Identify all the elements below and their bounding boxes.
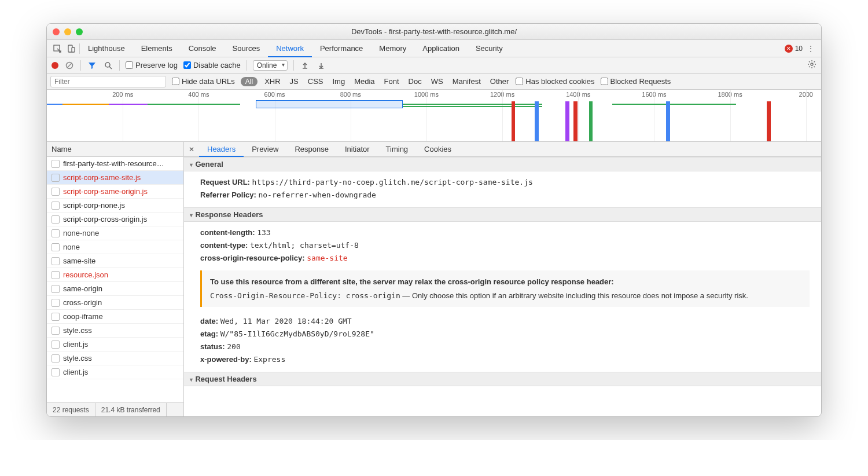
detail-tab-headers[interactable]: Headers [199, 142, 244, 157]
main-tab-network[interactable]: Network [268, 40, 312, 57]
device-toggle-icon[interactable] [65, 43, 77, 54]
filter-input[interactable] [50, 76, 166, 87]
upload-har-icon[interactable] [300, 60, 310, 71]
section-response-headers[interactable]: Response Headers [184, 207, 821, 222]
request-row-label: same-origin [63, 284, 102, 293]
referrer-policy-value: no-referrer-when-downgrade [258, 191, 376, 199]
request-row[interactable]: script-corp-cross-origin.js [47, 213, 183, 226]
filter-type-js[interactable]: JS [289, 77, 300, 86]
file-icon [52, 229, 60, 237]
svg-line-4 [67, 63, 72, 68]
main-tab-application[interactable]: Application [414, 40, 468, 57]
filter-type-font[interactable]: Font [383, 77, 400, 86]
blocked-requests-checkbox[interactable]: Blocked Requests [601, 77, 671, 86]
detail-tab-timing[interactable]: Timing [378, 142, 417, 157]
close-detail-icon[interactable]: ✕ [184, 145, 199, 153]
error-count[interactable]: ✕ 10 [785, 45, 803, 53]
request-detail: ✕ HeadersPreviewResponseInitiatorTimingC… [184, 142, 821, 416]
corp-warning-callout: To use this resource from a different si… [200, 270, 810, 307]
disable-cache-checkbox[interactable]: Disable cache [183, 61, 241, 69]
request-row[interactable]: none-none [47, 226, 183, 240]
more-menu-icon[interactable]: ⋮ [805, 45, 816, 53]
filter-toggle-icon[interactable] [87, 60, 97, 71]
request-row-label: none-none [63, 229, 99, 237]
request-row-label: style.css [63, 354, 92, 363]
filter-type-doc[interactable]: Doc [407, 77, 423, 86]
request-row[interactable]: style.css [47, 351, 183, 365]
file-icon [52, 299, 60, 307]
request-row[interactable]: script-corp-same-origin.js [47, 185, 183, 199]
file-icon [52, 271, 60, 279]
main-tab-elements[interactable]: Elements [133, 40, 181, 57]
request-row[interactable]: client.js [47, 338, 183, 351]
request-row-label: first-party-test-with-resource… [63, 159, 164, 168]
throttling-select[interactable]: Online [253, 60, 288, 71]
search-icon[interactable] [103, 60, 113, 71]
file-icon [52, 215, 60, 224]
timeline-overview[interactable]: 200 ms400 ms600 ms800 ms1000 ms1200 ms14… [47, 90, 821, 142]
detail-tab-preview[interactable]: Preview [244, 142, 286, 157]
request-row[interactable]: coop-iframe [47, 310, 183, 324]
filter-type-other[interactable]: Other [489, 77, 510, 86]
settings-icon[interactable] [807, 60, 816, 71]
request-row[interactable]: client.js [47, 365, 183, 379]
request-row[interactable]: same-site [47, 254, 183, 268]
has-blocked-cookies-checkbox[interactable]: Has blocked cookies [516, 77, 594, 86]
request-row-label: script-corp-cross-origin.js [63, 215, 147, 224]
main-tab-lighthouse[interactable]: Lighthouse [80, 40, 133, 57]
detail-tabs: ✕ HeadersPreviewResponseInitiatorTimingC… [184, 142, 821, 157]
zoom-window-icon[interactable] [76, 28, 83, 35]
hide-data-urls-checkbox[interactable]: Hide data URLs [172, 77, 235, 86]
request-list-header[interactable]: Name [47, 142, 183, 157]
request-row-label: none [63, 243, 80, 251]
preserve-log-checkbox[interactable]: Preserve log [126, 61, 178, 69]
inspect-icon[interactable] [52, 43, 63, 54]
filter-type-manifest[interactable]: Manifest [451, 77, 482, 86]
file-icon [52, 188, 60, 196]
request-row-label: client.js [63, 340, 88, 349]
section-general[interactable]: General [184, 157, 821, 171]
svg-rect-2 [72, 47, 75, 52]
file-icon [52, 354, 60, 363]
main-tab-performance[interactable]: Performance [312, 40, 371, 57]
svg-line-6 [109, 67, 112, 69]
detail-tab-initiator[interactable]: Initiator [337, 142, 378, 157]
main-tab-sources[interactable]: Sources [225, 40, 269, 57]
filter-type-css[interactable]: CSS [307, 77, 325, 86]
request-row[interactable]: resource.json [47, 268, 183, 282]
main-tab-console[interactable]: Console [181, 40, 225, 57]
request-row[interactable]: script-corp-none.js [47, 199, 183, 213]
file-icon [52, 313, 60, 321]
main-tab-memory[interactable]: Memory [371, 40, 414, 57]
main-tab-security[interactable]: Security [468, 40, 511, 57]
clear-icon[interactable] [64, 60, 75, 71]
svg-point-7 [811, 63, 813, 65]
section-request-headers[interactable]: Request Headers [184, 372, 821, 386]
detail-tab-response[interactable]: Response [286, 142, 337, 157]
filter-type-ws[interactable]: WS [430, 77, 444, 86]
file-icon [52, 340, 60, 349]
request-row[interactable]: same-origin [47, 282, 183, 296]
request-list: Name first-party-test-with-resource…scri… [47, 142, 184, 416]
close-window-icon[interactable] [53, 28, 60, 35]
filter-type-media[interactable]: Media [353, 77, 376, 86]
download-har-icon[interactable] [316, 60, 326, 71]
file-icon [52, 160, 60, 168]
request-row[interactable]: style.css [47, 324, 183, 338]
status-bar: 22 requests 21.4 kB transferred [47, 402, 183, 416]
file-icon [52, 174, 60, 182]
request-row-label: coop-iframe [63, 312, 103, 321]
filter-type-all[interactable]: All [241, 77, 258, 86]
record-button[interactable] [52, 62, 58, 69]
filter-type-img[interactable]: Img [331, 77, 346, 86]
request-row[interactable]: none [47, 240, 183, 254]
request-row[interactable]: cross-origin [47, 296, 183, 310]
filter-type-xhr[interactable]: XHR [263, 77, 281, 86]
request-row[interactable]: first-party-test-with-resource… [47, 157, 183, 171]
minimize-window-icon[interactable] [64, 28, 71, 35]
window-title: DevTools - first-party-test-with-resourc… [47, 27, 821, 36]
detail-tab-cookies[interactable]: Cookies [416, 142, 459, 157]
request-row[interactable]: script-corp-same-site.js [47, 171, 183, 185]
status-requests: 22 requests [47, 403, 95, 416]
titlebar: DevTools - first-party-test-with-resourc… [47, 24, 821, 40]
